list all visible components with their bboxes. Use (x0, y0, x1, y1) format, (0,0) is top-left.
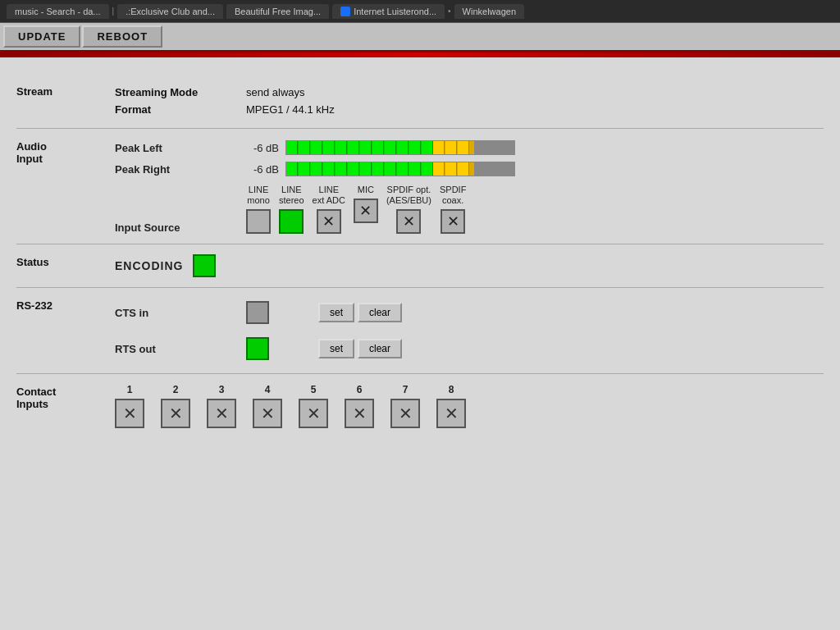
cts-label: CTS in (115, 307, 246, 319)
stream-label: Stream (16, 84, 115, 98)
main-content: Stream Streaming Mode send always Format… (0, 57, 840, 630)
rts-clear-button[interactable]: clear (358, 339, 402, 358)
tab-internet[interactable]: Internet Luisterond... (332, 4, 445, 19)
input-option-mic: MIC ✕ (354, 185, 378, 234)
peak-right-db: -6 dB (246, 163, 279, 176)
tab-beautiful[interactable]: Beautiful Free Imag... (226, 4, 329, 19)
contact-box-2[interactable]: ✕ (161, 399, 190, 428)
contact-inputs-section: Contact Inputs 1 ✕ 2 ✕ 3 ✕ 4 ✕ (16, 374, 824, 438)
contact-num-7: 7 (403, 384, 409, 395)
reboot-button[interactable]: REBOOT (82, 25, 162, 48)
status-section: Status ENCODING (16, 244, 824, 288)
tab-winkelwagen[interactable]: Winkelwagen (454, 4, 524, 19)
spdif-opt-checkbox[interactable]: ✕ (396, 209, 421, 234)
contact-inputs-label: Contact Inputs (16, 384, 115, 410)
line-stereo-checkbox[interactable] (279, 209, 304, 234)
rs232-label: RS-232 (16, 298, 115, 312)
tab-icon (340, 7, 350, 16)
contact-inputs-grid: 1 ✕ 2 ✕ 3 ✕ 4 ✕ 5 ✕ (115, 384, 824, 428)
contact-num-3: 3 (219, 384, 225, 395)
line-mono-checkbox[interactable] (246, 209, 271, 234)
spdif-coax-checkbox[interactable]: ✕ (441, 209, 465, 234)
audio-input-label: Audio Input (16, 139, 115, 165)
contact-item-3: 3 ✕ (207, 384, 236, 428)
input-option-spdif-opt: SPDIF opt.(AES/EBU) ✕ (386, 185, 431, 234)
rts-indicator (246, 337, 269, 360)
peak-left-db: -6 dB (246, 142, 279, 154)
audio-input-content: Peak Left -6 dB (115, 139, 824, 234)
audio-input-section: Audio Input Peak Left -6 dB (16, 129, 824, 244)
cts-row: CTS in set clear (115, 298, 824, 327)
contact-item-7: 7 ✕ (390, 384, 420, 428)
contact-box-1[interactable]: ✕ (115, 399, 144, 428)
tab-bar: music - Search - da... | .:Exclusive Clu… (0, 0, 840, 23)
contact-box-6[interactable]: ✕ (345, 399, 374, 428)
streaming-mode-row: Streaming Mode send always (115, 84, 824, 101)
contact-item-6: 6 ✕ (345, 384, 374, 428)
cts-indicator (246, 301, 269, 324)
input-option-line-mono: LINEmono (246, 185, 271, 234)
rts-label: RTS out (115, 343, 246, 355)
tab-divider-1: | (112, 7, 115, 16)
status-indicator (193, 254, 216, 277)
vu-yellow-left (433, 141, 474, 154)
line-extadc-checkbox[interactable]: ✕ (317, 209, 341, 234)
cts-clear-button[interactable]: clear (358, 303, 402, 322)
mic-checkbox[interactable]: ✕ (354, 199, 378, 223)
contact-box-5[interactable]: ✕ (299, 399, 328, 428)
input-option-line-extadc: LINEext ADC ✕ (313, 185, 345, 234)
format-value: MPEG1 / 44.1 kHz (246, 103, 335, 116)
cts-set-button[interactable]: set (318, 303, 354, 322)
vu-yellow-right (433, 162, 474, 176)
contact-box-3[interactable]: ✕ (207, 399, 236, 428)
contact-num-8: 8 (449, 384, 454, 395)
tab-divider-2: • (448, 7, 451, 16)
vu-green-right (286, 162, 433, 176)
format-row: Format MPEG1 / 44.1 kHz (115, 101, 824, 118)
peak-left-row: Peak Left -6 dB (115, 139, 824, 157)
contact-num-2: 2 (173, 384, 179, 395)
peak-right-row: Peak Right -6 dB (115, 160, 824, 178)
input-option-line-stereo: LINEstereo (279, 185, 304, 234)
status-row: ENCODING (115, 254, 824, 277)
peak-right-label: Peak Right (115, 163, 246, 176)
contact-num-4: 4 (265, 384, 271, 395)
contact-item-2: 2 ✕ (161, 384, 190, 428)
peak-left-bar (285, 140, 515, 155)
status-content: ENCODING (115, 254, 824, 277)
streaming-mode-value: send always (246, 86, 305, 98)
peak-right-bar (285, 162, 515, 176)
tab-exclusive[interactable]: .:Exclusive Club and... (117, 4, 223, 19)
stream-content: Streaming Mode send always Format MPEG1 … (115, 84, 824, 118)
contact-num-5: 5 (311, 384, 317, 395)
tab-music[interactable]: music - Search - da... (7, 4, 109, 19)
input-source-label: Input Source (115, 221, 246, 234)
peak-left-label: Peak Left (115, 142, 246, 154)
contact-item-4: 4 ✕ (253, 384, 282, 428)
rts-set-button[interactable]: set (318, 339, 354, 358)
format-label: Format (115, 103, 246, 116)
contact-box-4[interactable]: ✕ (253, 399, 282, 428)
contact-box-7[interactable]: ✕ (390, 399, 420, 428)
vu-green-left (286, 141, 433, 154)
status-label: Status (16, 254, 115, 268)
rts-row: RTS out set clear (115, 334, 824, 363)
vu-empty-left (474, 141, 514, 154)
stream-section: Stream Streaming Mode send always Format… (16, 74, 824, 129)
contact-item-1: 1 ✕ (115, 384, 144, 428)
contact-box-8[interactable]: ✕ (436, 399, 466, 428)
rs232-content: CTS in set clear RTS out set clear (115, 298, 824, 363)
input-options: LINEmono LINEstereo LINEext ADC ✕ (246, 185, 474, 234)
encoding-label: ENCODING (115, 259, 183, 272)
streaming-mode-label: Streaming Mode (115, 86, 246, 98)
rs232-section: RS-232 CTS in set clear RTS out set clea… (16, 288, 824, 374)
input-option-spdif-coax: SPDIFcoax. ✕ (440, 185, 466, 234)
contact-inputs-content: 1 ✕ 2 ✕ 3 ✕ 4 ✕ 5 ✕ (115, 384, 824, 428)
contact-num-6: 6 (357, 384, 363, 395)
contact-num-1: 1 (127, 384, 133, 395)
contact-item-5: 5 ✕ (299, 384, 328, 428)
input-source-row: Input Source LINEmono LINEstereo LINEext (115, 185, 824, 234)
update-button[interactable]: UPDATE (3, 25, 80, 48)
toolbar: UPDATE REBOOT (0, 23, 840, 52)
contact-item-8: 8 ✕ (436, 384, 466, 428)
